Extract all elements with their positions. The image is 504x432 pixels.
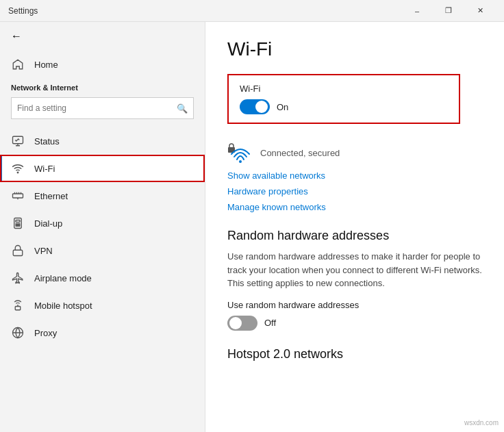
svg-rect-11 [13, 250, 23, 255]
sidebar-item-proxy[interactable]: Proxy [0, 319, 205, 346]
restore-button[interactable]: ❐ [433, 0, 464, 22]
watermark: wsxdn.com [464, 419, 499, 427]
wifi-toggle-state: On [277, 102, 288, 112]
sidebar-item-wifi[interactable]: Wi-Fi [0, 155, 205, 182]
svg-point-15 [239, 160, 242, 163]
title-bar: Settings – ❐ ✕ [0, 0, 504, 22]
wifi-icon [11, 162, 25, 175]
sidebar-item-dialup[interactable]: Dial-up [0, 209, 205, 237]
dialup-icon [11, 216, 25, 230]
random-hardware-state: Off [264, 318, 276, 328]
main-container: ← Home Network & Internet 🔍 [0, 22, 504, 432]
sidebar-item-wifi-label: Wi-Fi [34, 164, 55, 174]
wifi-toggle-label: Wi-Fi [240, 84, 448, 94]
sidebar-item-home-label: Home [34, 60, 58, 70]
hotspot-icon [11, 298, 25, 312]
back-arrow-icon: ← [11, 30, 22, 42]
svg-rect-12 [15, 307, 21, 310]
random-hardware-toggle-switch[interactable] [227, 316, 257, 331]
random-hardware-toggle-row: Off [227, 316, 482, 331]
sidebar-item-status-label: Status [34, 136, 60, 147]
minimize-button[interactable]: – [401, 0, 433, 22]
sidebar-item-ethernet[interactable]: Ethernet [0, 182, 205, 209]
ethernet-icon [11, 189, 25, 203]
wifi-toggle-row: On [240, 99, 448, 114]
sidebar-item-vpn-label: VPN [34, 246, 53, 256]
sidebar-item-status[interactable]: Status [0, 127, 205, 155]
back-button[interactable]: ← [0, 22, 205, 51]
svg-point-7 [19, 224, 21, 225]
sidebar-item-airplane[interactable]: Airplane mode [0, 264, 205, 292]
svg-rect-2 [13, 194, 23, 198]
sidebar-item-vpn[interactable]: VPN [0, 237, 205, 264]
random-hardware-setting-label: Use random hardware addresses [227, 300, 482, 310]
vpn-icon [11, 244, 25, 257]
svg-point-1 [17, 172, 18, 173]
wifi-toggle-section: Wi-Fi On [227, 74, 460, 124]
show-networks-link[interactable]: Show available networks [227, 170, 482, 181]
svg-point-10 [19, 225, 21, 227]
svg-point-9 [17, 225, 18, 227]
random-hardware-knob [229, 317, 242, 329]
sidebar-item-ethernet-label: Ethernet [34, 191, 68, 201]
svg-rect-4 [16, 220, 20, 223]
manage-networks-link[interactable]: Manage known networks [227, 202, 482, 212]
title-bar-left: Settings [8, 6, 38, 16]
connection-text: Connected, secured [260, 148, 340, 158]
sidebar-item-dialup-label: Dial-up [34, 218, 62, 229]
connection-status: Connected, secured [227, 140, 482, 165]
sidebar-item-hotspot[interactable]: Mobile hotspot [0, 292, 205, 319]
svg-point-5 [16, 224, 17, 225]
sidebar-item-home[interactable]: Home [0, 51, 205, 78]
status-icon [11, 134, 25, 148]
title-bar-title: Settings [8, 6, 38, 16]
sidebar-item-hotspot-label: Mobile hotspot [34, 301, 92, 311]
svg-point-8 [16, 225, 17, 227]
content-area: Wi-Fi Wi-Fi On [205, 22, 504, 432]
page-title: Wi-Fi [227, 38, 482, 60]
svg-rect-3 [14, 218, 22, 229]
random-hardware-title: Random hardware addresses [227, 229, 482, 243]
home-icon [11, 58, 25, 71]
airplane-icon [11, 271, 25, 285]
random-hardware-description: Use random hardware addresses to make it… [227, 250, 482, 290]
close-button[interactable]: ✕ [464, 0, 496, 22]
wifi-toggle-switch[interactable] [240, 99, 270, 114]
sidebar-item-proxy-label: Proxy [34, 328, 57, 338]
sidebar-item-airplane-label: Airplane mode [34, 273, 92, 283]
wifi-connected-icon [227, 140, 252, 165]
search-icon: 🔍 [177, 103, 188, 114]
hotspot20-title: Hotspot 2.0 networks [227, 347, 482, 361]
sidebar: ← Home Network & Internet 🔍 [0, 22, 205, 432]
svg-point-6 [17, 224, 18, 225]
sidebar-search[interactable]: 🔍 [11, 97, 194, 119]
search-input[interactable] [17, 103, 177, 113]
title-bar-controls: – ❐ ✕ [401, 0, 496, 22]
proxy-icon [11, 326, 25, 340]
hardware-props-link[interactable]: Hardware properties [227, 186, 482, 196]
toggle-knob [255, 101, 268, 113]
sidebar-section-label: Network & Internet [0, 78, 205, 94]
